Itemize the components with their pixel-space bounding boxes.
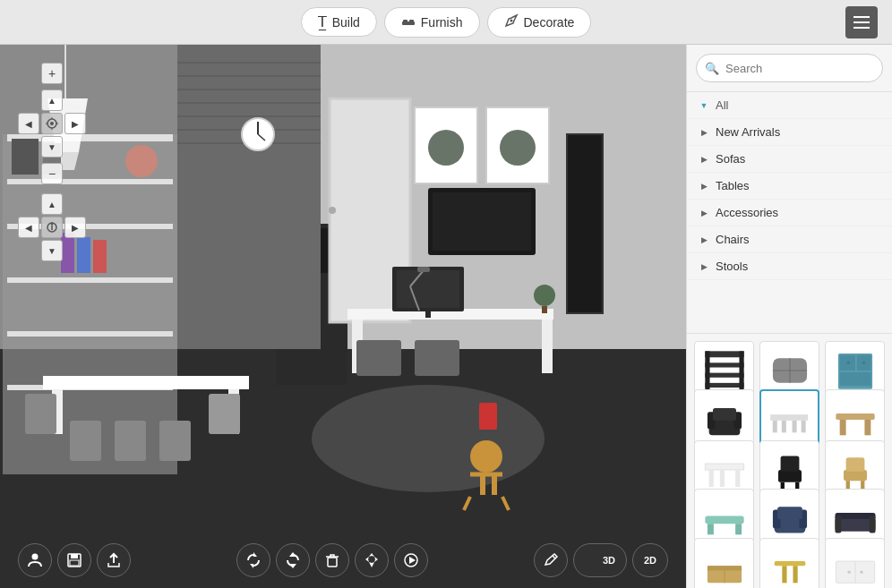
3d-label: 3D <box>603 555 615 566</box>
svg-rect-126 <box>864 420 871 435</box>
svg-rect-1 <box>403 20 407 22</box>
person-button[interactable] <box>18 543 52 577</box>
play-button[interactable] <box>394 543 428 577</box>
category-all[interactable]: ▼ All <box>687 92 892 119</box>
svg-point-45 <box>428 130 464 166</box>
category-tables[interactable]: ▶ Tables <box>687 173 892 200</box>
share-button[interactable] <box>97 543 131 577</box>
svg-rect-145 <box>777 507 802 519</box>
center-controls <box>236 543 428 577</box>
svg-marker-90 <box>253 552 257 557</box>
decorate-button[interactable]: Decorate <box>487 7 592 38</box>
rotate-object-button[interactable] <box>236 543 270 577</box>
rotate-down-button[interactable]: ▼ <box>41 136 63 158</box>
menu-button[interactable] <box>845 6 878 38</box>
svg-point-158 <box>847 570 850 573</box>
rotate-up-button[interactable]: ▲ <box>41 89 63 111</box>
svg-rect-101 <box>705 362 743 367</box>
svg-point-59 <box>312 385 545 492</box>
category-all-arrow: ▼ <box>698 99 710 112</box>
svg-point-68 <box>470 440 502 473</box>
build-button[interactable]: T̲ Build <box>301 7 377 37</box>
search-input[interactable] <box>696 54 883 82</box>
product-wooden-box[interactable] <box>694 538 754 589</box>
category-accessories[interactable]: ▶ Accessories <box>687 200 892 226</box>
svg-rect-64 <box>70 421 101 461</box>
save-button[interactable] <box>57 543 91 577</box>
rotate-left-button[interactable]: ◀ <box>18 113 39 134</box>
svg-rect-112 <box>839 372 871 387</box>
build-icon: T̲ <box>318 13 327 30</box>
svg-rect-141 <box>735 524 742 534</box>
category-tree: ▼ All ▶ New Arrivals ▶ Sofas ▶ Tables ▶ … <box>687 92 892 334</box>
category-accessories-arrow: ▶ <box>698 207 710 219</box>
svg-rect-23 <box>93 240 107 273</box>
svg-rect-42 <box>433 192 531 251</box>
svg-marker-93 <box>289 564 296 568</box>
svg-rect-131 <box>778 470 802 482</box>
svg-point-3 <box>510 19 512 21</box>
svg-rect-60 <box>43 376 249 389</box>
edit-button[interactable] <box>534 543 568 577</box>
category-sofas-arrow: ▶ <box>698 153 710 166</box>
scene <box>0 45 686 588</box>
category-tables-label: Tables <box>716 179 750 192</box>
category-chairs-label: Chairs <box>716 233 750 246</box>
orbit-right-button[interactable]: ▶ <box>64 217 86 238</box>
category-stools[interactable]: ▶ Stools <box>687 253 892 280</box>
orbit-up-button[interactable]: ▲ <box>41 193 63 215</box>
furnish-button[interactable]: Furnish <box>384 7 480 38</box>
orbit-center-button[interactable] <box>41 217 63 238</box>
svg-rect-120 <box>773 421 777 432</box>
furnish-label: Furnish <box>421 15 463 30</box>
category-sofas[interactable]: ▶ Sofas <box>687 146 892 173</box>
delete-button[interactable] <box>315 543 349 577</box>
svg-rect-58 <box>415 340 459 376</box>
svg-point-84 <box>51 223 54 226</box>
svg-rect-153 <box>774 561 805 566</box>
zoom-in-button[interactable]: + <box>41 63 63 84</box>
svg-rect-88 <box>71 554 78 558</box>
svg-rect-53 <box>425 311 431 318</box>
category-chairs-arrow: ▶ <box>698 234 710 246</box>
view-3d-button[interactable]: 3D <box>573 543 627 577</box>
svg-rect-119 <box>770 414 808 421</box>
svg-rect-12 <box>7 277 173 283</box>
category-new-arrivals[interactable]: ▶ New Arrivals <box>687 119 892 146</box>
svg-rect-129 <box>735 470 740 487</box>
view-2d-button[interactable]: 2D <box>632 543 668 577</box>
decorate-label: Decorate <box>524 15 575 30</box>
category-chairs[interactable]: ▶ Chairs <box>687 226 892 253</box>
svg-line-99 <box>553 556 555 558</box>
build-label: Build <box>332 15 360 30</box>
rotate-cw-button[interactable] <box>276 543 310 577</box>
orbit-left-button[interactable]: ◀ <box>18 217 39 238</box>
category-tables-arrow: ▶ <box>698 180 710 192</box>
scene-svg <box>0 45 686 588</box>
category-new-arrivals-label: New Arrivals <box>716 125 780 139</box>
product-gold-table[interactable] <box>759 538 819 589</box>
zoom-out-button[interactable]: − <box>41 163 63 184</box>
product-white-sideboard[interactable] <box>825 538 885 589</box>
bottom-toolbar: 3D 2D <box>0 543 686 577</box>
left-controls <box>18 543 131 577</box>
svg-rect-47 <box>567 134 603 313</box>
svg-rect-118 <box>713 408 736 421</box>
top-toolbar: T̲ Build Furnish Decorate <box>0 0 892 45</box>
svg-marker-92 <box>289 552 296 557</box>
svg-rect-13 <box>7 331 173 337</box>
svg-point-78 <box>50 122 54 125</box>
svg-rect-67 <box>209 394 240 434</box>
menu-line <box>853 21 870 23</box>
category-new-arrivals-arrow: ▶ <box>698 126 710 139</box>
svg-marker-96 <box>365 553 378 567</box>
svg-rect-132 <box>780 456 799 471</box>
svg-marker-98 <box>409 557 416 564</box>
move-button[interactable] <box>355 543 389 577</box>
rotate-center-button[interactable] <box>41 113 63 134</box>
svg-rect-66 <box>159 421 191 461</box>
svg-rect-102 <box>705 373 743 378</box>
orbit-down-button[interactable]: ▼ <box>41 240 63 261</box>
viewport[interactable]: + ▲ ◀ ▶ ▼ − ▲ ◀ ▶ ▼ <box>0 45 686 588</box>
rotate-right-button[interactable]: ▶ <box>64 113 86 134</box>
